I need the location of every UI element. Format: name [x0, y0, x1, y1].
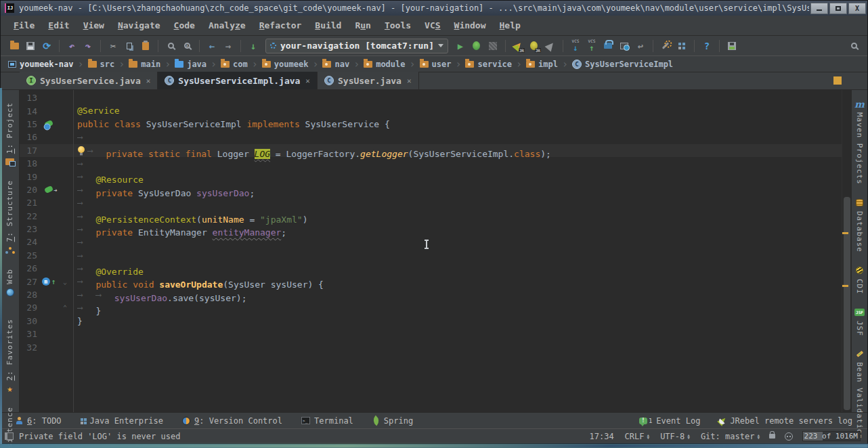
- attach-icon[interactable]: [544, 39, 557, 53]
- shelve-icon[interactable]: [601, 39, 615, 53]
- history-icon[interactable]: [617, 39, 631, 53]
- breadcrumb-item-java[interactable]: java: [173, 60, 209, 69]
- jrebel-run-icon[interactable]: JR: [511, 39, 525, 53]
- vcs-branch-select[interactable]: Git: master▲▼: [701, 432, 760, 441]
- editor-scrollbar[interactable]: [842, 90, 851, 412]
- jrebel-debug-icon[interactable]: JR: [527, 39, 541, 53]
- menu-window[interactable]: Window: [448, 18, 492, 32]
- menu-view[interactable]: View: [77, 18, 110, 32]
- menu-analyze[interactable]: Analyze: [202, 18, 252, 32]
- line-number[interactable]: 30: [20, 316, 37, 326]
- code-line-32[interactable]: [74, 340, 842, 353]
- binary-icon[interactable]: ↓: [246, 39, 260, 53]
- code-line-30[interactable]: }: [74, 315, 842, 328]
- line-number[interactable]: 15: [20, 119, 37, 129]
- line-number[interactable]: 19: [20, 172, 37, 182]
- menu-edit[interactable]: Edit: [42, 18, 75, 32]
- breadcrumb-item-src[interactable]: src: [86, 60, 117, 69]
- menu-tools[interactable]: Tools: [378, 18, 417, 32]
- spring-bean-icon[interactable]: [44, 120, 53, 128]
- line-number[interactable]: 26: [20, 263, 37, 273]
- replace-icon[interactable]: [180, 39, 194, 53]
- tool-window-toggle-icon[interactable]: [5, 432, 14, 440]
- paste-icon[interactable]: [139, 39, 152, 53]
- back-icon[interactable]: ←: [205, 39, 219, 53]
- tab-sysuserserviceimpl-java[interactable]: CSysUserServiceImpl.java✕: [158, 72, 318, 89]
- breadcrumb-item-com[interactable]: com: [219, 60, 250, 69]
- code-line-22[interactable]: ⟶@PersistenceContext(unitName = "jpaXml"…: [74, 210, 842, 223]
- line-number[interactable]: 32: [20, 342, 37, 353]
- sidebar-item-2-favorites[interactable]: 2: Favorites★: [5, 319, 15, 393]
- tab-close-icon[interactable]: ✕: [407, 76, 412, 85]
- line-number[interactable]: 14: [20, 106, 37, 116]
- spring-bean-method-icon[interactable]: m: [42, 277, 50, 286]
- caret-position[interactable]: 17:34: [589, 432, 613, 441]
- line-number[interactable]: 20: [20, 185, 37, 195]
- structure-icon[interactable]: [675, 39, 689, 53]
- menu-help[interactable]: Help: [494, 18, 527, 32]
- code-line-18[interactable]: ⟶: [74, 157, 842, 170]
- menu-refactor[interactable]: Refactor: [253, 18, 308, 32]
- warning-stripe-mark[interactable]: [842, 232, 848, 234]
- cut-icon[interactable]: ✂: [106, 39, 120, 53]
- code-line-28[interactable]: ⟶⟶sysUserDao.save(sysUser);: [74, 288, 842, 301]
- settings-icon[interactable]: [659, 39, 672, 53]
- vcs-down-icon[interactable]: VCS↓: [569, 39, 582, 53]
- breadcrumb-item-impl[interactable]: impl: [524, 60, 560, 69]
- open-icon[interactable]: [7, 39, 21, 53]
- sidebar-item-jsf[interactable]: JSFJSF: [855, 308, 865, 336]
- code-line-25[interactable]: ⟶: [74, 249, 842, 262]
- line-number[interactable]: 16: [20, 132, 37, 142]
- scrollbar-thumb[interactable]: [844, 197, 850, 410]
- sync-icon[interactable]: ⟳: [40, 39, 53, 53]
- sidebar-item-cdi[interactable]: CDI: [855, 266, 865, 294]
- line-number[interactable]: 29: [20, 303, 37, 313]
- redo-icon[interactable]: ↷: [81, 39, 95, 53]
- breadcrumb-item-user[interactable]: user: [418, 60, 454, 69]
- tab-close-icon[interactable]: ✕: [305, 76, 310, 85]
- line-number[interactable]: 21: [20, 198, 37, 208]
- line-number[interactable]: 22: [20, 211, 37, 221]
- code-line-27[interactable]: ⟶public void saveOrUpdate(SysUser sysUse…: [74, 275, 842, 288]
- code-line-26[interactable]: ⟶@Override: [74, 262, 842, 275]
- menu-run[interactable]: Run: [349, 18, 376, 32]
- line-number[interactable]: 25: [20, 250, 37, 261]
- sidebar-item-1-project[interactable]: 1: Project: [5, 102, 15, 166]
- code-line-17[interactable]: ⟶private static final Logger LOG = Logge…: [74, 144, 842, 157]
- encoding-select[interactable]: UTF-8▲▼: [660, 432, 690, 441]
- line-number[interactable]: 18: [20, 158, 37, 169]
- menu-build[interactable]: Build: [309, 18, 347, 32]
- menu-navigate[interactable]: Navigate: [112, 18, 167, 32]
- toolwindow-button-java-enterprise[interactable]: Java Enterprise: [81, 416, 163, 426]
- sidebar-item-database[interactable]: Database: [855, 198, 865, 252]
- close-button[interactable]: X: [848, 3, 866, 14]
- breadcrumb-item-youmeek-nav[interactable]: youmeek-nav: [6, 60, 75, 69]
- tab-sysuserservice-java[interactable]: ISysUserService.java✕: [20, 72, 158, 89]
- breadcrumb-item-service[interactable]: service: [463, 60, 514, 69]
- code-line-23[interactable]: ⟶private EntityManager entityManager;: [74, 223, 842, 236]
- run-configuration-select[interactable]: your-navigation [tomcat7:run]: [265, 39, 448, 53]
- breadcrumb-item-sysuserserviceimpl[interactable]: CSysUserServiceImpl: [570, 60, 675, 69]
- forward-icon[interactable]: →: [221, 39, 235, 53]
- code-line-29[interactable]: ⟶}: [74, 301, 842, 314]
- toolwindow-button-6-todo[interactable]: 6: TODO: [16, 416, 62, 426]
- restore-button[interactable]: [829, 3, 847, 14]
- minimize-button[interactable]: [810, 3, 828, 14]
- sidebar-item-web[interactable]: Web: [5, 269, 15, 297]
- toolwindow-button-terminal[interactable]: >_Terminal: [301, 416, 353, 426]
- line-number[interactable]: 28: [20, 290, 37, 300]
- sidebar-item-bean-validation[interactable]: Bean Validation: [855, 349, 865, 439]
- toolwindow-button-event-log[interactable]: !1Event Log: [639, 416, 700, 426]
- breadcrumb-item-module[interactable]: module: [362, 60, 407, 69]
- menu-vcs[interactable]: VCS: [418, 18, 446, 32]
- menu-file[interactable]: File: [7, 18, 41, 32]
- tab-sysuser-java[interactable]: CSysUser.java✕: [318, 72, 419, 89]
- menu-code[interactable]: Code: [168, 18, 201, 32]
- run-icon[interactable]: ▶: [454, 39, 467, 53]
- code-line-15[interactable]: public class SysUserServiceImpl implemen…: [74, 118, 842, 131]
- code-line-19[interactable]: ⟶@Resource: [74, 170, 842, 183]
- highlighting-level-icon[interactable]: [785, 432, 793, 441]
- memory-indicator[interactable]: 223 of 1016M: [802, 431, 861, 441]
- sidebar-item-7-structure[interactable]: 7: Structure: [5, 180, 15, 254]
- copy-icon[interactable]: [123, 39, 136, 53]
